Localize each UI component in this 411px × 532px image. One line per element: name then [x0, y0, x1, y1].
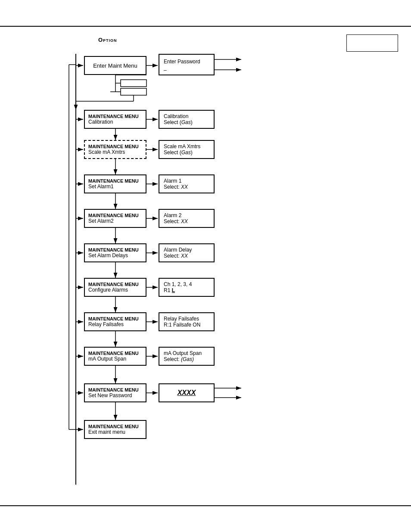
- box-mm-alarm2: MAINTENANCE MENU Set Alarm2: [84, 209, 146, 228]
- svg-line-14: [76, 108, 83, 119]
- ab-relayfailsafes-line2: R:1 Failsafe ON: [164, 322, 200, 328]
- mm-relayfailsafes-sub: Relay Failsafes: [88, 321, 124, 327]
- page-content: Option: [0, 30, 411, 502]
- bottom-border-line: [0, 505, 411, 506]
- mm-maoutput-title: MAINTENANCE MENU: [88, 351, 139, 356]
- mm-scale-title: MAINTENANCE MENU: [88, 144, 139, 149]
- top-border-line: [0, 26, 411, 27]
- mm-alarm2-title: MAINTENANCE MENU: [88, 213, 139, 218]
- box-enter-maint-menu: Enter Maint Menu: [84, 56, 146, 75]
- ab-scale-line2: Select (Gas): [164, 149, 193, 156]
- mm-configurealarms-sub: Configure Alarms: [88, 287, 128, 293]
- mm-alarmdelay-title: MAINTENANCE MENU: [88, 247, 139, 252]
- box-ab-alarmdelay: Alarm Delay Select: XX: [159, 243, 215, 262]
- mm-alarmdelay-sub: Set Alarm Delays: [88, 252, 128, 258]
- box-mm-alarm1: MAINTENANCE MENU Set Alarm1: [84, 174, 146, 193]
- mm-calibration-title: MAINTENANCE MENU: [88, 114, 139, 119]
- box-ab-alarm2: Alarm 2 Select: XX: [159, 209, 215, 228]
- ab-maoutput-line1: mA Output Span: [164, 350, 202, 356]
- enter-password-line1: Enter Password: [164, 59, 200, 65]
- ab-alarm2-line1: Alarm 2: [164, 212, 181, 218]
- enter-maint-menu-label: Enter Maint Menu: [93, 62, 137, 69]
- box-mm-password: MAINTENANCE MENU Set New Password: [84, 383, 146, 402]
- ab-configurealarms-line2: R1 L: [164, 287, 175, 293]
- mm-password-title: MAINTENANCE MENU: [88, 387, 139, 392]
- box-mm-exit: MAINTENANCE MENU Exit maint menu: [84, 420, 146, 439]
- ab-scale-line1: Scale mA Xmtrs: [164, 143, 200, 149]
- svg-rect-5: [121, 80, 146, 87]
- top-right-box: [346, 34, 398, 52]
- box-mm-calibration: MAINTENANCE MENU Calibration: [84, 110, 146, 129]
- svg-line-16: [76, 110, 83, 119]
- box-ab-relayfailsafes: Relay Failsafes R:1 Failsafe ON: [159, 312, 215, 331]
- box-ab-maoutput: mA Output Span Select: (Gas): [159, 347, 215, 366]
- box-ab-configurealarms: Ch 1, 2, 3, 4 R1 L: [159, 278, 215, 297]
- flowchart-arrows: [0, 30, 411, 502]
- ab-calibration-line1: Calibration: [164, 113, 188, 119]
- mm-calibration-sub: Calibration: [88, 119, 113, 125]
- mm-relayfailsafes-title: MAINTENANCE MENU: [88, 316, 139, 321]
- main-vertical-line: [75, 54, 76, 485]
- ab-relayfailsafes-line1: Relay Failsafes: [164, 316, 199, 322]
- enter-password-line2: _: [164, 65, 167, 71]
- ab-alarm1-line2: Select: XX: [164, 184, 188, 190]
- ab-password-value: XXXX: [177, 389, 196, 397]
- ab-maoutput-line2: Select: (Gas): [164, 356, 194, 362]
- option-label: Option: [98, 37, 117, 43]
- box-enter-password: Enter Password _: [159, 54, 215, 75]
- ab-alarmdelay-line1: Alarm Delay: [164, 247, 192, 253]
- mm-exit-sub: Exit maint menu: [88, 429, 125, 435]
- mm-password-sub: Set New Password: [88, 392, 132, 398]
- ab-calibration-line2: Select (Gas): [164, 119, 193, 125]
- box-ab-password: XXXX: [159, 383, 215, 402]
- ab-alarmdelay-line2: Select: XX: [164, 253, 188, 259]
- mm-configurealarms-title: MAINTENANCE MENU: [88, 282, 139, 287]
- box-mm-alarmdelay: MAINTENANCE MENU Set Alarm Delays: [84, 243, 146, 262]
- box-mm-relayfailsafes: MAINTENANCE MENU Relay Failsafes: [84, 312, 146, 331]
- mm-maoutput-sub: mA Output Span: [88, 356, 126, 362]
- ab-configurealarms-line1: Ch 1, 2, 3, 4: [164, 281, 192, 287]
- ab-alarm1-line1: Alarm 1: [164, 178, 181, 184]
- mm-alarm1-sub: Set Alarm1: [88, 184, 114, 190]
- box-ab-calibration: Calibration Select (Gas): [159, 110, 215, 129]
- svg-rect-6: [121, 88, 146, 95]
- mm-alarm1-title: MAINTENANCE MENU: [88, 178, 139, 184]
- box-ab-scale: Scale mA Xmtrs Select (Gas): [159, 140, 215, 159]
- mm-exit-title: MAINTENANCE MENU: [88, 424, 139, 429]
- ab-alarm2-line2: Select: XX: [164, 218, 188, 224]
- box-ab-alarm1: Alarm 1 Select: XX: [159, 174, 215, 193]
- mm-alarm2-sub: Set Alarm2: [88, 218, 114, 224]
- box-mm-maoutput: MAINTENANCE MENU mA Output Span: [84, 347, 146, 366]
- box-mm-scale: MAINTENANCE MENU Scale mA Xmtrs: [84, 140, 146, 159]
- box-mm-configurealarms: MAINTENANCE MENU Configure Alarms: [84, 278, 146, 297]
- mm-scale-sub: Scale mA Xmtrs: [88, 149, 125, 155]
